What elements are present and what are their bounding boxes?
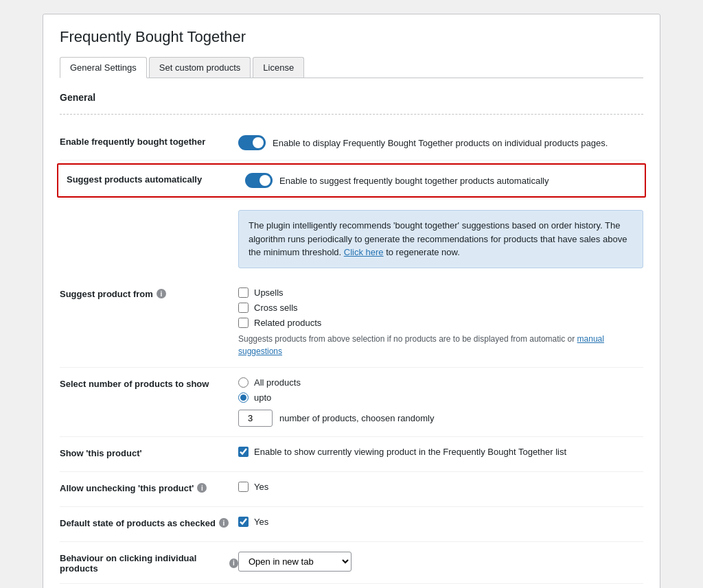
toggle-text-suggest-auto: Enable to suggest frequently bought toge… [279, 176, 549, 186]
control-show-this-product: Enable to show currently viewing product… [238, 447, 643, 462]
radio-all-products-input[interactable] [238, 377, 249, 388]
label-default-checked: Default state of products as checked i [60, 517, 238, 528]
tabs-container: General Settings Set custom products Lic… [60, 57, 643, 78]
checkbox-cross-sells-input[interactable] [238, 303, 249, 313]
number-input-products[interactable]: 3 [238, 410, 273, 427]
label-suggest-from: Suggest product from i [60, 287, 238, 299]
setting-row-hide-unavailable: Hide unavailable products i Enable to hi… [60, 584, 643, 589]
info-icon-default-checked[interactable]: i [219, 518, 229, 528]
radio-all-products: All products [238, 377, 643, 388]
toggle-row-enable-fbt: Enable to display Frequently Bought Toge… [238, 135, 643, 150]
toggle-slider-enable-fbt [238, 135, 266, 150]
toggle-suggest-auto[interactable] [245, 173, 273, 188]
control-enable-fbt: Enable to display Frequently Bought Toge… [238, 135, 643, 150]
checkbox-allow-unchecking-input[interactable] [238, 482, 249, 492]
page-wrapper: Frequently Bought Together General Setti… [43, 14, 660, 588]
fallback-text: Suggests products from above selection i… [238, 333, 643, 357]
label-behaviour-clicking: Behaviour on clicking individual product… [60, 552, 238, 574]
info-icon-suggest-from[interactable]: i [157, 289, 166, 298]
setting-row-suggest-auto: Suggest products automatically Enable to… [57, 163, 646, 198]
control-behaviour-clicking: Open in new tab Open in same tab [238, 552, 643, 572]
info-icon-behaviour-clicking[interactable]: i [229, 558, 238, 568]
checkbox-cross-sells: Cross sells [238, 303, 643, 313]
checkbox-allow-unchecking: Yes [238, 482, 643, 492]
label-enable-fbt: Enable frequently bought together [60, 135, 238, 147]
checkbox-cross-sells-label: Cross sells [254, 303, 298, 313]
number-suffix: number of products, choosen randomly [279, 413, 434, 423]
info-icon-allow-unchecking[interactable]: i [197, 483, 207, 493]
checkbox-upsells-label: Upsells [254, 287, 284, 298]
setting-row-behaviour-clicking: Behaviour on clicking individual product… [60, 542, 643, 584]
page-title: Frequently Bought Together [60, 28, 643, 46]
setting-row-infobox: The plugin intelligently recommends 'bou… [60, 200, 643, 278]
tab-license[interactable]: License [253, 57, 304, 78]
label-allow-unchecking: Allow unchecking 'this product' i [60, 482, 238, 493]
setting-row-suggest-from: Suggest product from i Upsells Cross sel… [60, 278, 643, 368]
radio-upto-input[interactable] [238, 392, 249, 403]
toggle-text-enable-fbt: Enable to display Frequently Bought Toge… [273, 138, 608, 148]
setting-row-show-this-product: Show 'this product' Enable to show curre… [60, 437, 643, 472]
checkbox-related-products-label: Related products [254, 318, 321, 328]
checkbox-show-this-product-label: Enable to show currently viewing product… [254, 447, 566, 457]
label-suggest-auto: Suggest products automatically [67, 173, 245, 185]
setting-row-default-checked: Default state of products as checked i Y… [60, 507, 643, 542]
control-suggest-from: Upsells Cross sells Related products Sug… [238, 287, 643, 357]
checkbox-default-checked: Yes [238, 517, 643, 527]
setting-row-enable-fbt: Enable frequently bought together Enable… [60, 126, 643, 161]
checkbox-show-this-product-input[interactable] [238, 447, 249, 457]
toggle-enable-fbt[interactable] [238, 135, 266, 150]
tab-set-custom-products[interactable]: Set custom products [149, 57, 251, 78]
setting-row-allow-unchecking: Allow unchecking 'this product' i Yes [60, 472, 643, 507]
number-row: 3 number of products, choosen randomly [238, 410, 643, 427]
radio-upto-label: upto [254, 392, 271, 403]
checkbox-allow-unchecking-label: Yes [254, 482, 268, 492]
label-number-products: Select number of products to show [60, 377, 238, 389]
control-suggest-auto: Enable to suggest frequently bought toge… [245, 173, 636, 188]
regenerate-link[interactable]: Click here [344, 247, 384, 257]
checkbox-upsells-input[interactable] [238, 287, 249, 298]
toggle-slider-suggest-auto [245, 173, 273, 188]
control-default-checked: Yes [238, 517, 643, 532]
control-allow-unchecking: Yes [238, 482, 643, 497]
select-behaviour-clicking[interactable]: Open in new tab Open in same tab [238, 552, 352, 572]
radio-all-products-label: All products [254, 377, 301, 388]
checkbox-default-checked-input[interactable] [238, 517, 249, 527]
setting-row-number-products: Select number of products to show All pr… [60, 368, 643, 437]
radio-upto: upto [238, 392, 643, 403]
checkbox-related-products-input[interactable] [238, 318, 249, 328]
control-number-products: All products upto 3 number of products, … [238, 377, 643, 427]
checkbox-related-products: Related products [238, 318, 643, 328]
control-infobox: The plugin intelligently recommends 'bou… [238, 203, 643, 268]
info-box: The plugin intelligently recommends 'bou… [238, 210, 643, 268]
checkbox-show-this-product: Enable to show currently viewing product… [238, 447, 643, 457]
toggle-row-suggest-auto: Enable to suggest frequently bought toge… [245, 173, 636, 188]
tab-general-settings[interactable]: General Settings [60, 57, 147, 78]
checkbox-default-checked-label: Yes [254, 517, 268, 527]
section-title: General [60, 92, 643, 103]
section-divider [60, 114, 643, 115]
label-show-this-product: Show 'this product' [60, 447, 238, 458]
checkbox-upsells: Upsells [238, 287, 643, 298]
